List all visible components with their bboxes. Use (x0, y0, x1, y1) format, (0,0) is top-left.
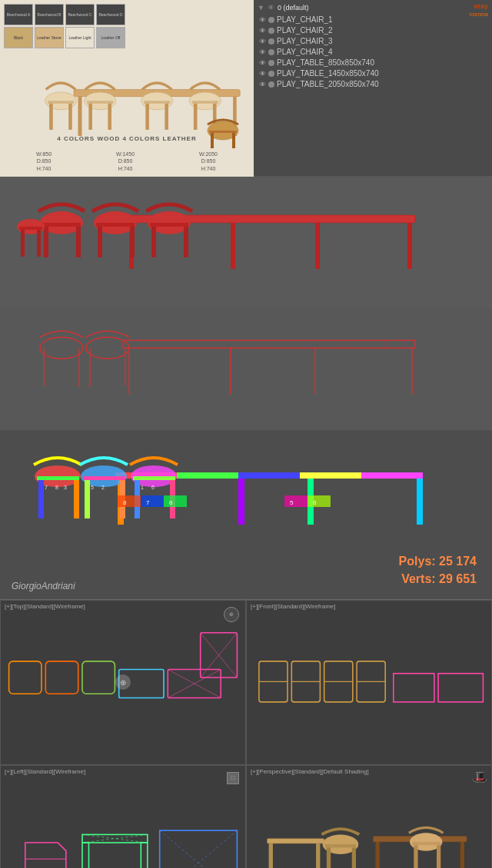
svg-rect-65 (300, 472, 361, 479)
svg-text:2: 2 (101, 485, 105, 490)
viewport-left-label: [+][Left][Standard][Wireframe] (5, 768, 85, 775)
svg-text:6: 6 (313, 499, 317, 506)
small-chair-svg (200, 108, 246, 154)
svg-rect-35 (96, 223, 135, 227)
svg-rect-74 (74, 480, 79, 518)
layer-row-chair3[interactable]: 👁 PLAY_CHAIR_3 (258, 36, 488, 46)
svg-rect-92 (164, 495, 187, 507)
dim-2: W:1450 D:850 H:740 (116, 151, 135, 173)
svg-rect-125 (141, 843, 147, 868)
svg-rect-93 (284, 495, 308, 507)
eye-icon-5: 👁 (259, 59, 266, 67)
svg-rect-39 (150, 223, 188, 227)
eye-icon-7: 👁 (259, 81, 266, 88)
red-furniture-svg-2 (15, 310, 477, 429)
layer-panel: vray corona ▼ 👁 0 (default) 👁 PLAY_CHAIR… (254, 0, 492, 176)
eye-icon-1: 👁 (259, 16, 266, 24)
layer-name-2: PLAY_CHAIR_2 (277, 26, 333, 35)
svg-rect-11 (88, 104, 92, 130)
layer-row-table850[interactable]: 👁 PLAY_TABLE_850x850x740 (258, 58, 488, 68)
thumb-4[interactable]: Beechwood D (96, 4, 125, 25)
top-section: Beechwood A Beechwood B Beechwood C Beec… (0, 0, 492, 177)
layer-row-chair4[interactable]: 👁 PLAY_CHAIR_4 (258, 47, 488, 57)
svg-rect-133 (269, 843, 273, 868)
viewport-left-settings[interactable]: □ (227, 772, 239, 784)
layer-name-7: PLAY_TABLE_2050x850x740 (277, 80, 379, 88)
svg-rect-15 (145, 104, 149, 130)
uv-scene: 7 8 3 5 2 1 6 8 7 6 5 6 Polys: 25 174 Ve… (0, 430, 492, 599)
svg-rect-36 (98, 227, 102, 257)
red-scene-2 (0, 307, 492, 430)
thumb-1[interactable]: Beechwood A (4, 4, 33, 25)
svg-rect-22 (209, 131, 237, 133)
svg-rect-63 (177, 472, 238, 479)
thumb-3[interactable]: Beechwood C (65, 4, 95, 25)
svg-rect-143 (412, 841, 440, 844)
viewport-front: [+][Front][Standard][Wireframe] (246, 600, 492, 765)
svg-point-59 (86, 337, 129, 359)
layer-name-3: PLAY_CHAIR_3 (277, 37, 333, 45)
layer-dot-6 (268, 71, 274, 77)
svg-rect-73 (38, 480, 44, 518)
svg-rect-101 (45, 661, 78, 694)
svg-rect-94 (308, 495, 331, 507)
dim-3: W:2050 D:850 H:740 (199, 151, 218, 173)
layer-name-4: PLAY_CHAIR_4 (277, 48, 333, 56)
svg-rect-43 (19, 227, 42, 230)
svg-rect-68 (417, 479, 423, 525)
svg-rect-16 (165, 104, 168, 130)
svg-text:6: 6 (151, 485, 155, 490)
brand-name: GiorgioAndriani (12, 581, 75, 591)
svg-rect-10 (87, 101, 113, 103)
svg-rect-119 (438, 674, 483, 702)
layer-name-5: PLAY_TABLE_850x850x740 (277, 58, 374, 67)
svg-line-129 (160, 830, 238, 868)
dim-1: W:850 D:850 H:740 (36, 151, 52, 173)
svg-rect-141 (460, 841, 464, 868)
eye-icon-2: 👁 (259, 27, 266, 35)
svg-rect-118 (394, 674, 434, 702)
svg-text:7: 7 (146, 499, 150, 506)
viewport-perspective: [+][Perspective][Standard][Default Shadi… (246, 765, 492, 869)
viewport-top: [+][Top][Standard][Wireframe] ⊕ ⊕ (0, 600, 246, 765)
svg-rect-136 (325, 844, 356, 847)
bottom-viewports: [+][Top][Standard][Wireframe] ⊕ ⊕ [+][Fr… (0, 599, 492, 868)
viewport-perspective-label: [+][Perspective][Standard][Default Shadi… (251, 768, 369, 775)
viewport-left-svg (1, 777, 245, 869)
viewport-perspective-svg: 3dsky (247, 777, 491, 869)
red-scene-1 (0, 177, 492, 307)
layer-dot-5 (268, 60, 274, 66)
svg-rect-134 (316, 843, 320, 868)
svg-rect-132 (268, 838, 324, 843)
svg-rect-64 (238, 472, 300, 479)
polys-count: Polys: 25 174 (399, 553, 477, 570)
eye-icon-3: 👁 (259, 38, 266, 45)
svg-rect-140 (375, 841, 379, 868)
svg-rect-45 (37, 230, 41, 257)
svg-text:1: 1 (141, 485, 144, 490)
layer-header: ▼ 👁 0 (default) (258, 4, 488, 12)
svg-rect-8 (68, 104, 72, 130)
nav-arrow-top[interactable]: ⊕ (115, 674, 131, 690)
svg-rect-18 (192, 101, 218, 103)
eye-icon-4: 👁 (259, 48, 266, 56)
svg-rect-24 (232, 133, 235, 148)
thumb-2[interactable]: Beechwood B (35, 4, 64, 25)
poly-info: Polys: 25 174 Verts: 29 651 (399, 553, 477, 588)
svg-rect-14 (144, 101, 170, 103)
svg-rect-7 (49, 104, 53, 130)
svg-rect-72 (37, 476, 79, 480)
svg-text:6: 6 (169, 499, 173, 506)
layer-row-chair1[interactable]: 👁 PLAY_CHAIR_1 (258, 15, 488, 25)
svg-rect-137 (327, 847, 331, 868)
layer-dot-1 (268, 17, 274, 23)
svg-rect-145 (437, 845, 440, 868)
svg-line-130 (160, 830, 238, 868)
layer-row-table2050[interactable]: 👁 PLAY_TABLE_2050x850x740 (258, 79, 488, 89)
layer-row-table1450[interactable]: 👁 PLAY_TABLE_1450x850x740 (258, 68, 488, 78)
svg-text:8: 8 (55, 485, 58, 490)
red-furniture-svg-1 (15, 181, 477, 303)
eye-icon-6: 👁 (259, 70, 266, 78)
layer-row-chair2[interactable]: 👁 PLAY_CHAIR_2 (258, 25, 488, 35)
svg-rect-19 (194, 104, 198, 130)
